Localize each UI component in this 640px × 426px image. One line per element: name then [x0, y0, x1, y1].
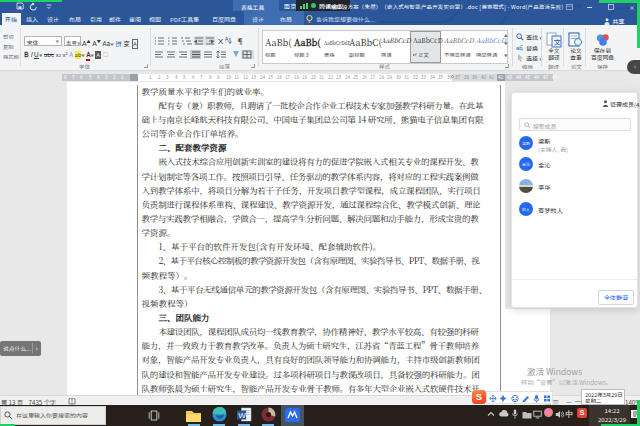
- svg-text:文: 文: [554, 37, 561, 47]
- svg-text:X: X: [218, 37, 224, 45]
- svg-text:A: A: [225, 36, 229, 42]
- svg-text:W: W: [238, 411, 246, 420]
- svg-text:¶: ¶: [236, 36, 245, 45]
